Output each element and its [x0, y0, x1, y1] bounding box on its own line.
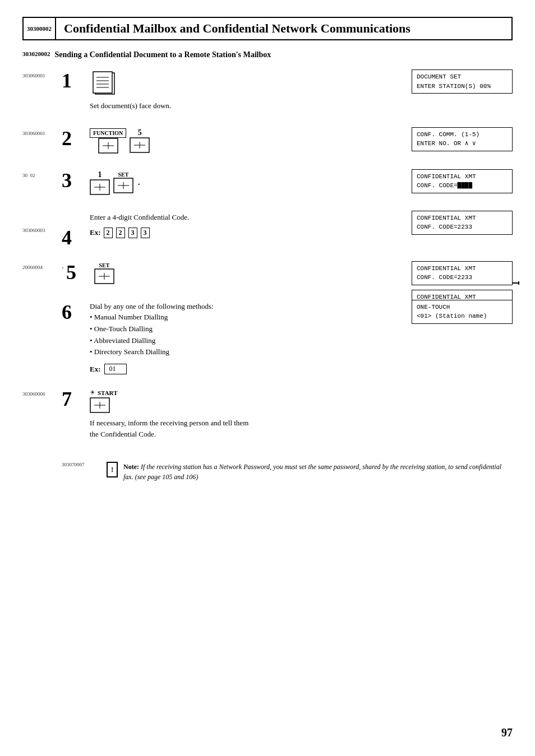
right-arrow-vert [518, 281, 519, 285]
step-6-example-row: Ex: 01 [90, 364, 513, 374]
section-heading: 303020002 Sending a Confidential Documen… [22, 50, 513, 59]
note-bold: Note: [123, 463, 141, 471]
step-6-code [22, 300, 62, 309]
step-5-dot: · [62, 261, 66, 273]
step-6-bullet-2: • One-Touch Dialling [90, 323, 513, 335]
step-4-code: 303060003 [22, 211, 62, 233]
set-key-icon-5 [94, 268, 114, 284]
step-4-ex-label: Ex: [90, 228, 101, 236]
step-4-number: 4 [62, 212, 84, 248]
step-2-lcd: CONF. COMM. (1-5) ENTER NO. OR ∧ ∨ [412, 127, 513, 151]
step-3-display: CONFIDENTIAL XMT CONF. CODE=████ [412, 169, 513, 193]
step-4-digit-3: 3 [128, 228, 137, 238]
step-6-bullet-4: • Directory Search Dialling [90, 346, 513, 358]
step-1-display: DOCUMENT SET ENTER STATION(S) 00% [412, 69, 513, 94]
step-5-lcd1-line1: CONFIDENTIAL XMT [417, 264, 508, 273]
step-6-lcd: ONE-TOUCH <01> (Station name) [412, 300, 513, 324]
step-5-row: 20060004 · 5 SET [22, 261, 513, 286]
step-2-lcd-line2: ENTER NO. OR ∧ ∨ [417, 139, 508, 149]
step-4-lcd-line1: CONFIDENTIAL XMT [417, 214, 508, 223]
step-7-row: 303060006 7 ☀ START If necessary, inform… [22, 388, 513, 439]
step-1-code: 303060001 [22, 69, 62, 78]
step-3-row: 30 02 3 1 SET [22, 169, 513, 197]
note-content: If the receiving station has a Network P… [123, 463, 501, 481]
step-6-lcd-line2: <01> (Station name) [417, 312, 508, 321]
note-code: 303070007 [62, 462, 101, 467]
step-1-number: 1 [62, 71, 84, 91]
note-icon: ! [107, 462, 118, 477]
step-2-number: 2 [62, 128, 84, 149]
step-6-lcd-line1: ONE-TOUCH [417, 303, 508, 312]
step-6-ex-label: Ex: [90, 365, 101, 374]
num1-key-icon [90, 179, 110, 195]
section-title: Sending a Confidential Document to a Rem… [55, 50, 271, 59]
step-4-digit-1: 2 [104, 228, 113, 238]
step-7-number: 7 [62, 389, 84, 409]
start-sun-icon: ☀ [90, 389, 95, 396]
step-7-code: 303060006 [22, 388, 62, 397]
step-1-lcd-line2: ENTER STATION(S) 00% [417, 82, 508, 91]
step-1-lcd-line1: DOCUMENT SET [417, 72, 508, 82]
step-4-display: CONFIDENTIAL XMT CONF. CODE=2233 [412, 211, 513, 235]
step-4-lcd: CONFIDENTIAL XMT CONF. CODE=2233 [412, 211, 513, 235]
step-3-number: 3 [62, 170, 84, 191]
num5-key-icon [130, 137, 150, 153]
step-3-lcd: CONFIDENTIAL XMT CONF. CODE=████ [412, 169, 513, 193]
step-4-digit-4: 3 [141, 228, 150, 238]
header-bar: 30300002 Confidential Mailbox and Confid… [22, 17, 513, 40]
step-4-lcd-line2: CONF. CODE=2233 [417, 222, 508, 232]
step-6-ex-input: 01 [104, 364, 127, 374]
step-7-text: If necessary, inform the receiving perso… [90, 418, 513, 439]
step-6-display: ONE-TOUCH <01> (Station name) [412, 300, 513, 324]
page: 30300002 Confidential Mailbox and Confid… [0, 0, 535, 756]
step-6-bullet-3: • Abbreviated Dialling [90, 335, 513, 347]
header-code: 30300002 [24, 18, 56, 39]
function-key-icon [98, 138, 118, 154]
step-5-number: 5 [66, 262, 89, 282]
step-2-row: 303060001 2 FUNCTION 5 [22, 127, 513, 156]
header-title: Confidential Mailbox and Confidential Ne… [56, 18, 418, 39]
start-key-icon [90, 397, 110, 413]
step-2-display: CONF. COMM. (1-5) ENTER NO. OR ∧ ∨ [412, 127, 513, 151]
step-2-code: 303060001 [22, 127, 62, 136]
step-4-digit-2: 2 [116, 228, 125, 238]
start-label: START [98, 389, 117, 396]
page-number: 97 [501, 726, 513, 739]
step-5-code: 20060004 [22, 261, 62, 270]
note-text: Note: If the receiving station has a Net… [123, 462, 513, 482]
step-3-code: 30 02 [22, 169, 62, 178]
step-3-lcd-line2: CONF. CODE=████ [417, 181, 508, 191]
step-3-lcd-line1: CONFIDENTIAL XMT [417, 172, 508, 182]
section-code: 303020002 [22, 50, 50, 59]
note-row: 303070007 ! Note: If the receiving stati… [22, 462, 513, 482]
step-6-number: 6 [62, 301, 84, 322]
svg-rect-1 [93, 72, 112, 93]
step-6-row: 6 Dial by any one of the following metho… [22, 300, 513, 375]
step-4-row: 303060003 4 Enter a 4-digit Confidential… [22, 211, 513, 248]
step-2-lcd-line1: CONF. COMM. (1-5) [417, 130, 508, 140]
function-key[interactable]: FUNCTION [90, 128, 126, 138]
step-1-text: Set document(s) face down. [90, 100, 513, 112]
step-1-row: 303060001 1 Set document(s) face down. [22, 69, 513, 112]
step-5-lcd-1: CONFIDENTIAL XMT CONF. CODE=2233 [412, 261, 513, 285]
step-7-start-group: ☀ START [90, 389, 513, 413]
set-key-icon-3 [113, 178, 133, 193]
step-5-lcd1-line2: CONF. CODE=2233 [417, 273, 508, 282]
step-7-content: ☀ START If necessary, inform the receivi… [84, 388, 513, 439]
step-1-lcd: DOCUMENT SET ENTER STATION(S) 00% [412, 69, 513, 94]
steps-container: 303060001 1 Set document(s) face down. [22, 69, 513, 453]
document-icon [90, 71, 121, 96]
step-7-start-label-row: ☀ START [90, 389, 117, 396]
